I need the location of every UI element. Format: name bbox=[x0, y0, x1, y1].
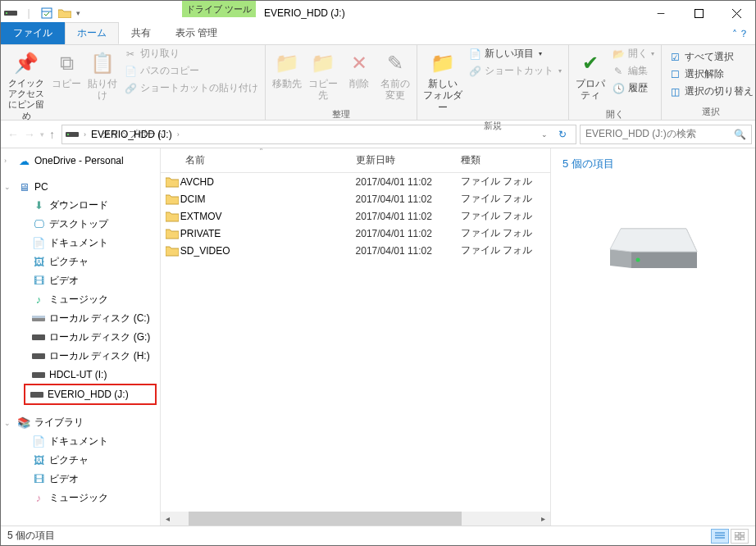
nav-pc[interactable]: ⌄🖥PC bbox=[1, 178, 160, 196]
nav-lib-documents[interactable]: 📄ドキュメント bbox=[1, 432, 160, 451]
nav-item-label: ピクチャ bbox=[49, 255, 89, 269]
column-type[interactable]: 種類 bbox=[461, 153, 550, 167]
nav-music[interactable]: ♪ミュージック bbox=[1, 290, 160, 309]
pin-quickaccess-button[interactable]: 📌クイック アクセス にピン留め bbox=[4, 47, 48, 125]
ribbon-collapse[interactable]: ˄？ bbox=[726, 24, 755, 44]
copyto-button[interactable]: 📁コピー先 bbox=[305, 47, 341, 105]
cut-button[interactable]: ✂切り取り bbox=[124, 47, 258, 61]
paste-button[interactable]: 📋貼り付け bbox=[84, 47, 121, 105]
properties-icon[interactable] bbox=[40, 7, 53, 20]
nav-disk-g[interactable]: ローカル ディスク (G:) bbox=[1, 328, 160, 347]
file-row[interactable]: SD_VIDEO2017/04/01 11:02ファイル フォル bbox=[161, 242, 550, 259]
scrollbar-thumb[interactable] bbox=[189, 512, 462, 526]
new-shortcut-button[interactable]: 🔗ショートカット▾ bbox=[468, 64, 562, 78]
nav-downloads[interactable]: ⬇ダウンロード bbox=[1, 196, 160, 215]
nav-documents[interactable]: 📄ドキュメント bbox=[1, 234, 160, 253]
view-details-button[interactable] bbox=[711, 529, 729, 544]
column-name[interactable]: 名前 bbox=[161, 153, 356, 167]
file-date: 2017/04/01 11:02 bbox=[356, 193, 462, 205]
rename-button[interactable]: ✎名前の 変更 bbox=[377, 47, 413, 105]
file-row[interactable]: EXTMOV2017/04/01 11:02ファイル フォル bbox=[161, 207, 550, 225]
address-dropdown[interactable]: ⌄ bbox=[541, 130, 548, 139]
qat-customize-icon[interactable]: ▾ bbox=[76, 9, 80, 17]
new-item-button[interactable]: 📄新しい項目▾ bbox=[468, 47, 562, 61]
help-icon[interactable]: ？ bbox=[739, 27, 749, 41]
disk-icon bbox=[30, 388, 43, 401]
nav-disk-c[interactable]: ローカル ディスク (C:) bbox=[1, 309, 160, 328]
tab-home[interactable]: ホーム bbox=[65, 22, 119, 44]
invert-selection-button[interactable]: ◫選択の切り替え bbox=[668, 84, 754, 98]
scroll-right-icon[interactable]: ▸ bbox=[536, 514, 550, 523]
tab-manage[interactable]: 管理 bbox=[183, 22, 232, 44]
select-none-button[interactable]: ☐選択解除 bbox=[668, 67, 754, 81]
search-placeholder: EVERIO_HDD (J:)の検索 bbox=[585, 127, 696, 141]
forward-button[interactable]: → bbox=[24, 128, 35, 141]
maximize-button[interactable] bbox=[680, 1, 717, 25]
collapse-icon[interactable]: ⌄ bbox=[4, 419, 11, 427]
history-button[interactable]: 🕓履歴 bbox=[612, 81, 654, 95]
open-button[interactable]: 📂開く▾ bbox=[612, 47, 654, 61]
breadcrumb-bar[interactable]: › EVERIO_HDD (J:) › ⌄ ↻ bbox=[61, 125, 576, 144]
navigation-pane[interactable]: ›☁OneDrive - Personal ⌄🖥PC ⬇ダウンロード 🖵デスクト… bbox=[1, 148, 161, 526]
back-button[interactable]: ← bbox=[7, 128, 19, 141]
tab-file[interactable]: ファイル bbox=[1, 22, 65, 44]
file-row[interactable]: PRIVATE2017/04/01 11:02ファイル フォル bbox=[161, 225, 550, 242]
search-icon[interactable]: 🔍 bbox=[734, 129, 746, 140]
up-button[interactable]: ↑ bbox=[49, 128, 55, 141]
file-name: SD_VIDEO bbox=[180, 245, 356, 257]
edit-button[interactable]: ✎編集 bbox=[612, 64, 654, 78]
chevron-right-icon[interactable]: › bbox=[177, 130, 180, 139]
collapse-icon[interactable]: ⌄ bbox=[4, 183, 11, 191]
music-icon: ♪ bbox=[32, 492, 45, 505]
nav-pictures[interactable]: 🖼ピクチャ bbox=[1, 253, 160, 271]
paste-shortcut-button[interactable]: 🔗ショートカットの貼り付け bbox=[124, 81, 258, 95]
svg-point-8 bbox=[67, 134, 69, 135]
details-drive-image bbox=[562, 221, 744, 278]
nav-videos[interactable]: 🎞ビデオ bbox=[1, 271, 160, 290]
folder-qat-icon[interactable] bbox=[58, 7, 71, 20]
file-list[interactable]: AVCHD2017/04/01 11:02ファイル フォル DCIM2017/0… bbox=[161, 173, 550, 512]
chevron-right-icon[interactable]: › bbox=[84, 130, 86, 139]
desktop-icon: 🖵 bbox=[32, 218, 45, 231]
path-icon: 📄 bbox=[124, 65, 137, 78]
nav-desktop[interactable]: 🖵デスクトップ bbox=[1, 215, 160, 234]
ribbon: 📌クイック アクセス にピン留め ⧉コピー 📋貼り付け ✂切り取り 📄パスのコピ… bbox=[1, 45, 755, 121]
close-button[interactable] bbox=[717, 1, 755, 25]
file-type: ファイル フォル bbox=[461, 209, 550, 223]
properties-button[interactable]: ✔プロパ ティ bbox=[572, 47, 608, 105]
search-box[interactable]: EVERIO_HDD (J:)の検索 🔍 bbox=[580, 125, 752, 144]
pin-label: クイック アクセス にピン留め bbox=[6, 78, 47, 121]
drive-icon bbox=[4, 7, 17, 20]
view-icons-button[interactable] bbox=[731, 529, 749, 544]
horizontal-scrollbar[interactable]: ◂ ▸ bbox=[161, 512, 550, 526]
nav-lib-pictures[interactable]: 🖼ピクチャ bbox=[1, 451, 160, 470]
nav-disk-i[interactable]: HDCL-UT (I:) bbox=[1, 366, 160, 384]
nav-disk-j-selected[interactable]: EVERIO_HDD (J:) bbox=[24, 384, 157, 405]
file-row[interactable]: AVCHD2017/04/01 11:02ファイル フォル bbox=[161, 173, 550, 190]
copy-button[interactable]: ⧉コピー bbox=[48, 47, 84, 93]
recent-locations-button[interactable]: ▾ bbox=[40, 130, 44, 139]
nav-onedrive[interactable]: ›☁OneDrive - Personal bbox=[1, 152, 160, 170]
nav-disk-h[interactable]: ローカル ディスク (H:) bbox=[1, 347, 160, 366]
nav-item-label: ローカル ディスク (H:) bbox=[49, 349, 150, 363]
breadcrumb-current[interactable]: EVERIO_HDD (J:) bbox=[91, 129, 172, 140]
copyto-label: コピー先 bbox=[307, 78, 339, 102]
svg-rect-11 bbox=[32, 334, 45, 340]
select-all-button[interactable]: ☑すべて選択 bbox=[668, 50, 754, 64]
minimize-button[interactable]: ─ bbox=[642, 1, 680, 25]
column-date[interactable]: 更新日時 bbox=[356, 153, 462, 167]
shortcut-label: ショートカット bbox=[485, 64, 553, 78]
file-row[interactable]: DCIM2017/04/01 11:02ファイル フォル bbox=[161, 190, 550, 207]
nav-libraries[interactable]: ⌄📚ライブラリ bbox=[1, 413, 160, 432]
delete-button[interactable]: ✕削除 bbox=[341, 47, 377, 93]
copy-path-button[interactable]: 📄パスのコピー bbox=[124, 64, 258, 78]
ribbon-tabs: ファイル ホーム 共有 表示 管理 ˄？ bbox=[1, 25, 755, 45]
refresh-button[interactable]: ↻ bbox=[553, 129, 572, 140]
scroll-left-icon[interactable]: ◂ bbox=[161, 514, 175, 523]
nav-lib-music[interactable]: ♪ミュージック bbox=[1, 489, 160, 507]
moveto-button[interactable]: 📁移動先 bbox=[269, 47, 305, 93]
nav-lib-videos[interactable]: 🎞ビデオ bbox=[1, 470, 160, 489]
new-folder-button[interactable]: 📁新しい フォルダー bbox=[421, 47, 465, 116]
expand-icon[interactable]: › bbox=[4, 157, 7, 165]
tab-share[interactable]: 共有 bbox=[119, 22, 163, 44]
